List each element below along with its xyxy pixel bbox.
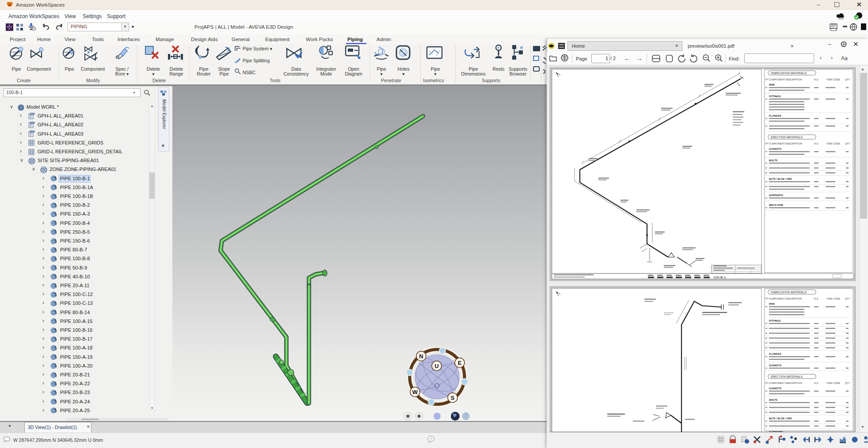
svg-text:COMPONENT DESCRIPTION: COMPONENT DESCRIPTION — [769, 382, 802, 384]
svg-text:GASKETS: GASKETS — [769, 387, 781, 390]
svg-text:N: N — [419, 353, 423, 359]
svg-text:PIPE: PIPE — [769, 84, 775, 86]
svg-text:QTY: QTY — [845, 297, 850, 300]
svg-text:FITTINGS: FITTINGS — [769, 95, 781, 98]
svg-text:ITEM CODE: ITEM CODE — [826, 78, 840, 81]
svg-text:SUPPORTS: SUPPORTS — [769, 194, 783, 197]
svg-text:ITEM CODE: ITEM CODE — [826, 142, 840, 145]
svg-text:N.S.: N.S. — [814, 142, 819, 145]
svg-text:W: W — [412, 388, 418, 395]
svg-text:N.S.: N.S. — [814, 382, 819, 384]
svg-text:FITTINGS: FITTINGS — [769, 319, 781, 322]
svg-text:ERECTION MATERIALS: ERECTION MATERIALS — [771, 375, 803, 378]
svg-text:GASKETS: GASKETS — [769, 364, 781, 367]
svg-text:BLTS / BLSE / SRE: BLTS / BLSE / SRE — [769, 178, 792, 180]
svg-text:FLANGES: FLANGES — [769, 114, 781, 117]
svg-text:ITEM CODE: ITEM CODE — [826, 382, 840, 384]
svg-text:GASKETS: GASKETS — [769, 148, 781, 150]
svg-text:COMPONENT DESCRIPTION: COMPONENT DESCRIPTION — [769, 78, 802, 81]
svg-text:PT: PT — [765, 382, 769, 384]
svg-text:PIPE: PIPE — [769, 303, 775, 305]
svg-text:PT: PT — [765, 142, 769, 145]
svg-text:FABRICATION MATERIALS: FABRICATION MATERIALS — [771, 291, 807, 294]
svg-text:WELD SUM: WELD SUM — [769, 204, 783, 206]
svg-text:QTY: QTY — [845, 78, 850, 81]
svg-text:100-B-1: 100-B-1 — [713, 275, 726, 279]
svg-text:FABRICATION MATERIALS: FABRICATION MATERIALS — [771, 72, 807, 75]
svg-text:N.S.: N.S. — [814, 297, 819, 300]
svg-text:S: S — [450, 394, 454, 401]
svg-text:BOLTS: BOLTS — [769, 399, 777, 401]
svg-text:PT: PT — [765, 297, 769, 300]
svg-text:BLTS / BLSE / SRE: BLTS / BLSE / SRE — [769, 417, 792, 420]
svg-text:BOLTS: BOLTS — [769, 159, 777, 162]
svg-text:QTY: QTY — [845, 382, 850, 384]
svg-text:FLANGES: FLANGES — [769, 353, 781, 355]
svg-text:ITEM CODE: ITEM CODE — [826, 297, 840, 300]
svg-text:E: E — [457, 359, 461, 366]
svg-text:N.S.: N.S. — [814, 78, 819, 81]
svg-text:COMPONENT DESCRIPTION: COMPONENT DESCRIPTION — [769, 142, 802, 145]
svg-text:PT: PT — [765, 78, 769, 81]
svg-text:QTY: QTY — [845, 142, 850, 145]
svg-text:ERECTION MATERIALS: ERECTION MATERIALS — [771, 136, 803, 139]
svg-text:COMPONENT DESCRIPTION: COMPONENT DESCRIPTION — [769, 297, 802, 300]
svg-text:U: U — [434, 362, 438, 369]
